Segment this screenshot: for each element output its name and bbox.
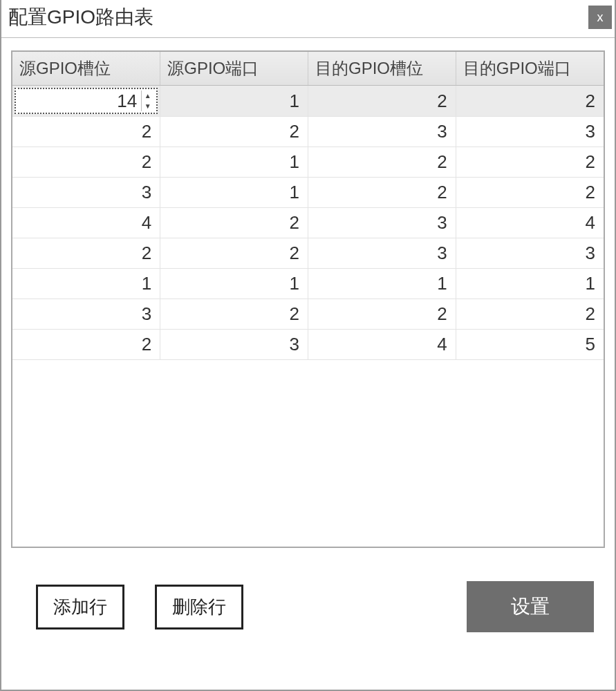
spinner-up-icon[interactable]: ▲ xyxy=(142,91,153,101)
delete-row-button[interactable]: 删除行 xyxy=(155,585,243,630)
table-header-row: 源GPIO槽位 源GPIO端口 目的GPIO槽位 目的GPIO端口 xyxy=(12,52,604,86)
table-row[interactable]: 2233 xyxy=(12,238,604,269)
col-header-src-slot[interactable]: 源GPIO槽位 xyxy=(12,52,160,86)
table-cell[interactable]: 2 xyxy=(12,147,160,178)
table-cell[interactable]: 2 xyxy=(456,86,604,117)
spinner-value: 14 xyxy=(117,91,141,112)
table-cell[interactable]: 2 xyxy=(160,299,308,330)
table-cell[interactable]: 4 xyxy=(12,208,160,238)
dialog-content: 源GPIO槽位 源GPIO端口 目的GPIO槽位 目的GPIO端口 14▲▼12… xyxy=(1,38,615,548)
table-cell[interactable]: 1 xyxy=(160,178,308,208)
table-cell[interactable]: 2 xyxy=(308,178,456,208)
table-cell[interactable]: 2 xyxy=(308,299,456,330)
table-cell[interactable]: 3 xyxy=(160,330,308,360)
table-cell[interactable]: 3 xyxy=(12,178,160,208)
close-button[interactable]: x xyxy=(588,6,612,29)
table-cell[interactable]: 1 xyxy=(12,269,160,299)
table-cell[interactable]: 2 xyxy=(308,86,456,117)
table-cell[interactable]: 2 xyxy=(308,147,456,178)
close-icon: x xyxy=(597,10,604,25)
table-row[interactable]: 14▲▼122 xyxy=(12,86,604,117)
spinner-input[interactable]: 14▲▼ xyxy=(15,88,158,114)
table-row[interactable]: 1111 xyxy=(12,269,604,299)
table-cell[interactable]: 2 xyxy=(456,178,604,208)
table-cell[interactable]: 2 xyxy=(160,238,308,269)
table-container: 源GPIO槽位 源GPIO端口 目的GPIO槽位 目的GPIO端口 14▲▼12… xyxy=(11,50,605,548)
table-cell[interactable]: 2 xyxy=(456,147,604,178)
table-cell[interactable]: 2 xyxy=(12,238,160,269)
table-cell[interactable]: 2 xyxy=(12,330,160,360)
add-row-button[interactable]: 添加行 xyxy=(36,585,124,630)
table-cell[interactable]: 1 xyxy=(308,269,456,299)
col-header-dst-port[interactable]: 目的GPIO端口 xyxy=(456,52,604,86)
dialog-title: 配置GPIO路由表 xyxy=(8,4,153,30)
table-cell[interactable]: 3 xyxy=(308,208,456,238)
table-cell[interactable]: 2 xyxy=(160,117,308,147)
col-header-src-port[interactable]: 源GPIO端口 xyxy=(160,52,308,86)
table-cell[interactable]: 3 xyxy=(456,238,604,269)
table-cell[interactable]: 3 xyxy=(456,117,604,147)
table-row[interactable]: 3122 xyxy=(12,178,604,208)
table-cell[interactable]: 5 xyxy=(456,330,604,360)
col-header-dst-slot[interactable]: 目的GPIO槽位 xyxy=(308,52,456,86)
gpio-routing-table: 源GPIO槽位 源GPIO端口 目的GPIO槽位 目的GPIO端口 14▲▼12… xyxy=(12,52,604,360)
table-cell[interactable]: 1 xyxy=(160,147,308,178)
dialog-footer: 添加行 删除行 设置 xyxy=(1,548,615,632)
table-cell[interactable]: 1 xyxy=(160,269,308,299)
table-body: 14▲▼12222332122312242342233111132222345 xyxy=(12,86,604,360)
table-cell[interactable]: 3 xyxy=(308,238,456,269)
table-cell[interactable]: 3 xyxy=(12,299,160,330)
apply-button[interactable]: 设置 xyxy=(467,581,594,632)
spinner-down-icon[interactable]: ▼ xyxy=(142,101,153,111)
table-cell[interactable]: 2 xyxy=(12,117,160,147)
table-cell[interactable]: 3 xyxy=(308,117,456,147)
table-cell[interactable]: 4 xyxy=(456,208,604,238)
table-cell[interactable]: 1 xyxy=(456,269,604,299)
titlebar: 配置GPIO路由表 x xyxy=(1,0,615,38)
table-cell[interactable]: 4 xyxy=(308,330,456,360)
table-cell[interactable]: 2 xyxy=(160,208,308,238)
spinner-cell[interactable]: 14▲▼ xyxy=(12,86,160,117)
table-cell[interactable]: 1 xyxy=(160,86,308,117)
table-row[interactable]: 2122 xyxy=(12,147,604,178)
table-row[interactable]: 2345 xyxy=(12,330,604,360)
spinner-buttons: ▲▼ xyxy=(141,91,153,111)
table-row[interactable]: 3222 xyxy=(12,299,604,330)
table-cell[interactable]: 2 xyxy=(456,299,604,330)
table-row[interactable]: 2233 xyxy=(12,117,604,147)
gpio-routing-dialog: 配置GPIO路由表 x 源GPIO槽位 源GPIO端口 目的GPIO槽位 目的G… xyxy=(0,0,616,691)
table-row[interactable]: 4234 xyxy=(12,208,604,238)
